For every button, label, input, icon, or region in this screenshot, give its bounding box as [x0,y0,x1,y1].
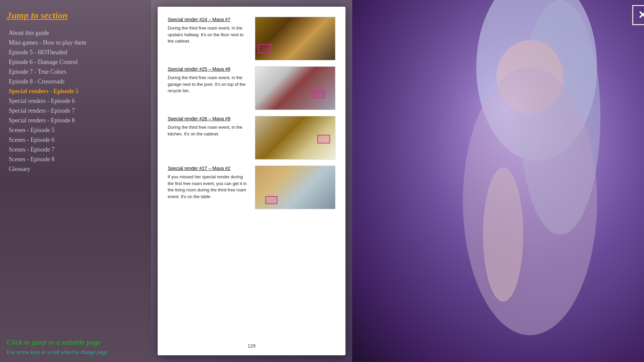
render-highlight-2 [312,90,324,98]
render-desc-2: During the third free roam event, in the… [168,74,248,94]
character-art-panel: ✕ [352,0,644,362]
render-highlight-1 [258,44,271,53]
sidebar-item-sr-ep6[interactable]: Special renders - Episode 6 [7,96,144,106]
render-entry-3: Special render #26 – Maya #9 During the … [168,116,335,160]
sidebar-item-glossary[interactable]: Glossary [7,164,144,174]
render-highlight-4 [265,196,277,204]
render-text-3: Special render #26 – Maya #9 During the … [168,116,248,137]
sidebar-item-sc-ep8[interactable]: Scenes - Episode 8 [7,155,144,164]
render-image-1 [255,17,335,60]
sidebar-footer: Click to jump to a suitable page Use arr… [7,338,144,355]
close-button[interactable]: ✕ [632,5,644,25]
sidebar-item-minigames[interactable]: Mini-games - How to play them [7,38,144,48]
sidebar-item-ep7[interactable]: Episode 7 - True Colors [7,67,144,77]
render-title-4: Special render #27 – Maya #2 [168,166,248,171]
sidebar-item-about[interactable]: About this guide [7,28,144,38]
render-desc-1: During the third free roam event, in the… [168,25,248,45]
render-text-4: Special render #27 – Maya #2 If you miss… [168,166,248,200]
page-number: 129 [168,340,335,349]
render-entry-4: Special render #27 – Maya #2 If you miss… [168,166,335,209]
sidebar-title: Jump to section [7,10,144,21]
sidebar-item-ep8[interactable]: Episode 8 - Crossroads [7,77,144,86]
render-image-3 [255,116,335,160]
render-title-2: Special render #25 – Maya #8 [168,66,248,72]
guide-page: Special render #24 – Maya #7 During the … [158,7,345,355]
sidebar-item-ep6[interactable]: Episode 6 - Damage Control [7,57,144,67]
render-title-1: Special render #24 – Maya #7 [168,17,248,22]
render-entry-1: Special render #24 – Maya #7 During the … [168,17,335,60]
svg-rect-5 [352,0,644,362]
render-desc-3: During the third free roam event, in the… [168,124,248,137]
sidebar-item-sr-ep7[interactable]: Special renders - Episode 7 [7,106,144,116]
render-image-2 [255,66,335,110]
main-content: Special render #24 – Maya #7 During the … [151,0,352,362]
render-entry-2: Special render #25 – Maya #8 During the … [168,66,335,110]
sidebar-item-ep5[interactable]: Episode 5 - HOTheaded [7,48,144,57]
render-desc-4: If you missed her special render during … [168,174,248,200]
jump-to-page-link[interactable]: Click to jump to a suitable page [7,338,144,347]
sidebar-navigation: Jump to section About this guideMini-gam… [7,10,144,174]
sidebar-item-sc-ep5[interactable]: Scenes - Episode 5 [7,125,144,135]
sidebar-item-sr-ep8[interactable]: Special renders - Episode 8 [7,116,144,125]
render-image-4 [255,166,335,209]
arrow-hint-text: Use arrow keys or scroll wheel to change… [7,349,144,355]
sidebar-item-sc-ep7[interactable]: Scenes - Episode 7 [7,145,144,155]
render-text-2: Special render #25 – Maya #8 During the … [168,66,248,94]
render-title-3: Special render #26 – Maya #9 [168,116,248,121]
sidebar-item-sc-ep6[interactable]: Scenes - Episode 6 [7,135,144,145]
sidebar-item-sr-ep5[interactable]: Special renders - Episode 5 [7,86,144,96]
sidebar: Jump to section About this guideMini-gam… [0,0,151,362]
render-highlight-3 [317,135,330,143]
render-text-1: Special render #24 – Maya #7 During the … [168,17,248,45]
character-silhouette [352,0,644,362]
